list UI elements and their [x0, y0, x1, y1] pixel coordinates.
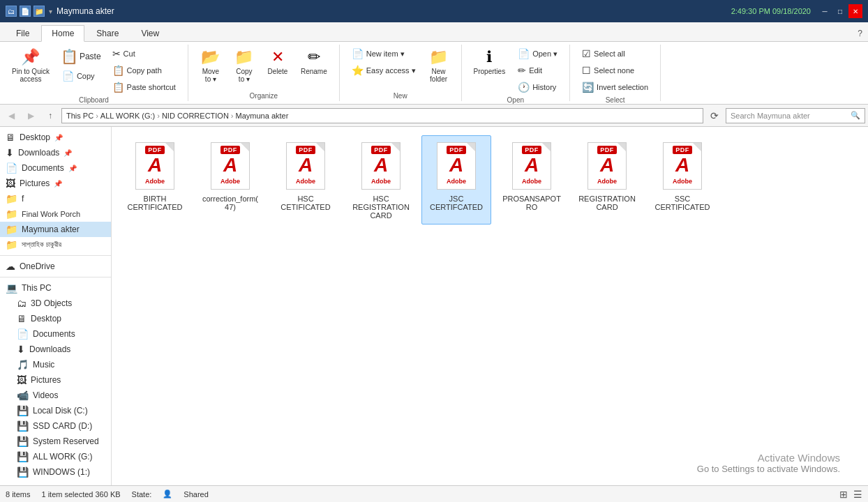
file-item[interactable]: PDF A Adobe BIRTH CERTIFICATED: [120, 135, 190, 225]
title-dropdown-arrow[interactable]: ▾: [49, 8, 52, 15]
sidebar-item-finalwork[interactable]: 📁 Final Work Porch: [0, 206, 111, 222]
sidebar-label-sysreserved: System Reserved: [33, 436, 99, 446]
delete-button[interactable]: ✕ Delete: [262, 46, 293, 77]
paste-button[interactable]: 📋 Paste: [57, 46, 105, 67]
acrobat-a-letter: A: [525, 155, 539, 175]
pdf-badge: PDF: [296, 146, 315, 154]
file-item[interactable]: PDF A Adobe JSC CERTIFCATED: [421, 135, 491, 225]
adobe-label: Adobe: [673, 178, 692, 185]
minimize-button[interactable]: ─: [818, 4, 832, 18]
sidebar-item-ssd-d[interactable]: 💾 SSD CARD (D:): [0, 418, 111, 434]
history-label: History: [532, 83, 556, 91]
copy-to-label: Copyto ▾: [236, 68, 252, 83]
sidebar-item-pictures-pc[interactable]: 🖼 Pictures: [0, 372, 111, 388]
select-none-icon: ☐: [582, 65, 591, 76]
sidebar-item-documents[interactable]: 📄 Documents 📌: [0, 160, 111, 176]
help-button[interactable]: ?: [852, 26, 868, 41]
properties-button[interactable]: ℹ Properties: [469, 46, 511, 77]
copy-path-button[interactable]: 📋 Copy path: [107, 63, 181, 78]
desktop-pc-icon: 🖥: [17, 313, 27, 324]
pdf-badge: PDF: [522, 146, 541, 154]
tab-file[interactable]: File: [6, 25, 40, 41]
new-folder-button[interactable]: 📁 Newfolder: [424, 46, 454, 85]
state-icon: 👤: [163, 489, 172, 499]
onedrive-icon: ☁: [6, 261, 15, 272]
path-thispc[interactable]: This PC: [66, 112, 93, 120]
pdf-badge: PDF: [371, 146, 391, 154]
open-button[interactable]: 📄 Open ▾: [513, 46, 562, 61]
sidebar-item-downloads-pc[interactable]: ⬇ Downloads: [0, 342, 111, 357]
copy-path-icon: 📋: [112, 65, 124, 76]
large-icons-view-button[interactable]: ⊞: [839, 489, 848, 500]
file-name-label: JSC CERTIFCATED: [426, 195, 486, 211]
sidebar-item-music[interactable]: 🎵 Music: [0, 357, 111, 372]
file-item[interactable]: PDF A Adobe REGISTRATION CARD: [572, 135, 642, 225]
sidebar-divider-2: [0, 277, 111, 277]
search-box[interactable]: Search Maymuna akter 🔍: [726, 108, 865, 123]
paste-shortcut-button[interactable]: 📋 Paste shortcut: [107, 79, 181, 95]
select-none-button[interactable]: ☐ Select none: [577, 63, 653, 78]
address-path[interactable]: This PC › ALL WORK (G:) › NID CORRECTION…: [61, 108, 703, 123]
easy-access-button[interactable]: ⭐ Easy access ▾: [347, 63, 421, 78]
sidebar-item-onedrive[interactable]: ☁ OneDrive: [0, 259, 111, 274]
forward-button[interactable]: ▶: [22, 107, 39, 124]
close-button[interactable]: ✕: [848, 4, 862, 18]
edit-button[interactable]: ✏ Edit: [513, 63, 562, 78]
back-button[interactable]: ◀: [3, 107, 20, 124]
invert-selection-button[interactable]: 🔄 Invert selection: [577, 79, 653, 95]
paste-shortcut-icon: 📋: [112, 82, 124, 93]
sidebar-item-allwork-g[interactable]: 💾 ALL WORK (G:): [0, 449, 111, 464]
sidebar-item-downloads[interactable]: ⬇ Downloads 📌: [0, 145, 111, 160]
open-edit-history-group: 📄 Open ▾ ✏ Edit 🕐 History: [513, 46, 562, 95]
clipboard-group-label: Clipboard: [79, 95, 109, 104]
organize-buttons: 📂 Moveto ▾ 📁 Copyto ▾ ✕ Delete ✏ Rename: [195, 46, 332, 91]
sidebar-item-thispc[interactable]: 💻 This PC: [0, 280, 111, 296]
sidebar-item-3dobjects[interactable]: 🗂 3D Objects: [0, 296, 111, 311]
copy-button[interactable]: 📄 Copy: [57, 68, 105, 84]
sidebar-item-saptahik[interactable]: 📁 সাপ্তাহিক চাকুরীর: [0, 237, 111, 252]
ribbon-group-organize: 📂 Moveto ▾ 📁 Copyto ▾ ✕ Delete ✏ Rename …: [188, 45, 340, 101]
tab-view[interactable]: View: [130, 25, 170, 41]
sidebar-item-windows-1[interactable]: 💾 WINDOWS (1:): [0, 464, 111, 480]
up-button[interactable]: ↑: [42, 107, 59, 124]
select-all-button[interactable]: ☑ Select all: [577, 46, 653, 61]
copy-icon: 📄: [62, 70, 74, 82]
sidebar-item-local-c[interactable]: 💾 Local Disk (C:): [0, 403, 111, 418]
sidebar-item-documents-pc[interactable]: 📄 Documents: [0, 326, 111, 342]
new-item-button[interactable]: 📄 New item ▾: [347, 46, 421, 61]
path-maymuna[interactable]: Maymuna akter: [236, 112, 289, 120]
list-view-button[interactable]: ☰: [853, 489, 862, 500]
path-nid[interactable]: NID CORRECTION: [162, 112, 229, 120]
rename-button[interactable]: ✏ Rename: [296, 46, 332, 77]
acrobat-a-letter: A: [299, 155, 313, 175]
window-controls[interactable]: ─ □ ✕: [818, 4, 862, 18]
pdf-body: PDF A Adobe: [512, 142, 551, 190]
file-item[interactable]: PDF A Adobe SSC CERTIFICATED: [648, 135, 717, 225]
sidebar-item-f[interactable]: 📁 f: [0, 191, 111, 206]
file-item[interactable]: PDF A Adobe HSC CETIFICATED: [271, 135, 341, 225]
file-item[interactable]: PDF A Adobe HSC REGISTRATION CARD: [346, 135, 416, 225]
sidebar-item-videos[interactable]: 📹 Videos: [0, 388, 111, 403]
tab-home[interactable]: Home: [41, 25, 84, 42]
sidebar-item-maymuna[interactable]: 📁 Maymuna akter: [0, 222, 111, 237]
ribbon-group-new: 📄 New item ▾ ⭐ Easy access ▾ 📁 Newfolder…: [340, 45, 462, 101]
file-item[interactable]: PDF A Adobe correction_form(47): [195, 135, 265, 225]
sidebar-item-desktop-pc[interactable]: 🖥 Desktop: [0, 311, 111, 326]
move-to-button[interactable]: 📂 Moveto ▾: [195, 46, 226, 85]
sidebar-item-pictures[interactable]: 🖼 Pictures 📌: [0, 176, 111, 191]
sidebar-item-desktop[interactable]: 🖥 Desktop 📌: [0, 130, 111, 145]
tab-share[interactable]: Share: [86, 25, 129, 41]
cut-button[interactable]: ✂ Cut: [107, 46, 181, 61]
path-allwork[interactable]: ALL WORK (G:): [100, 112, 155, 120]
search-icon[interactable]: 🔍: [851, 111, 860, 120]
pin-to-quick-access-button[interactable]: 📌 Pin to Quickaccess: [7, 46, 54, 85]
pdf-icon: PDF A Adobe: [585, 140, 629, 192]
acrobat-a-letter: A: [148, 155, 162, 175]
file-item[interactable]: PDF A Adobe PROSANSAPOTRO: [497, 135, 567, 225]
maximize-button[interactable]: □: [833, 4, 847, 18]
copy-to-button[interactable]: 📁 Copyto ▾: [229, 46, 260, 85]
history-button[interactable]: 🕐 History: [513, 79, 562, 95]
refresh-button[interactable]: ⟳: [706, 107, 723, 124]
folder-maymuna-icon: 📁: [6, 224, 17, 235]
sidebar-item-sysreserved[interactable]: 💾 System Reserved: [0, 434, 111, 449]
